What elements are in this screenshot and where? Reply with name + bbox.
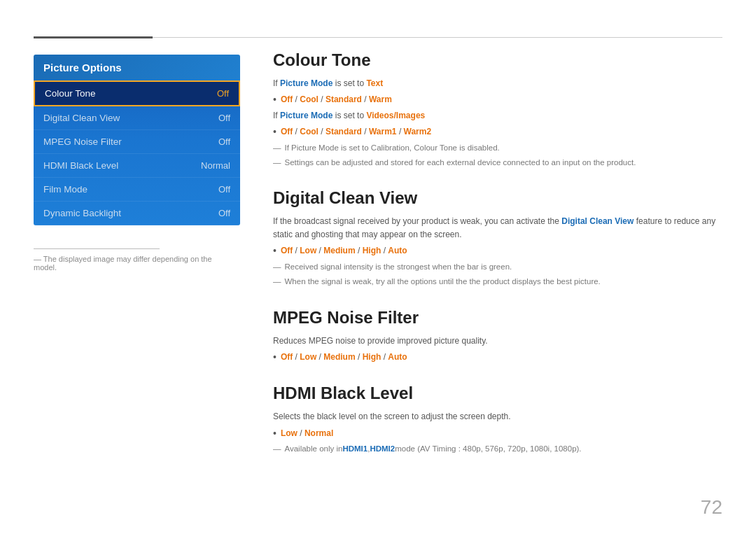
note-line: When the signal is weak, try all the opt… [273,276,722,288]
note-line: Received signal intensity is the stronge… [273,261,722,273]
bullet-content: Off / Cool / Standard / Warm1 / Warm2 [281,125,431,139]
section-body-hdmi-black-level: Selects the black level on the screen to… [273,410,722,455]
menu-item-value: Off [218,113,230,123]
note-line: Settings can be adjusted and stored for … [273,157,722,169]
section-title-mpeg-noise-filter: MPEG Noise Filter [273,308,722,328]
menu-item-value: Off [218,208,230,218]
sidebar-menu-item-1[interactable]: Digital Clean View Off [34,106,240,130]
section-digital-clean-view: Digital Clean ViewIf the broadcast signa… [273,188,722,288]
bullet-line: •Low / Normal [273,427,722,441]
main-content: Colour ToneIf Picture Mode is set to Tex… [273,50,722,475]
menu-item-value: Off [218,136,230,147]
section-body-digital-clean-view: If the broadcast signal received by your… [273,215,722,288]
top-border-dark [34,36,153,38]
sidebar-menu: Colour Tone OffDigital Clean View OffMPE… [34,80,240,225]
section-title-digital-clean-view: Digital Clean View [273,188,722,208]
section-paragraph: If Picture Mode is set to Text [273,77,722,90]
sidebar-menu-item-5[interactable]: Dynamic Backlight Off [34,202,240,225]
bullet-dot: • [273,351,276,365]
bullet-line: •Off / Cool / Standard / Warm [273,93,722,107]
bullet-dot: • [273,93,276,107]
section-title-colour-tone: Colour Tone [273,50,722,70]
sidebar-footnote: The displayed image may differ depending… [34,248,237,272]
menu-item-label: Film Mode [43,184,88,195]
section-hdmi-black-level: HDMI Black LevelSelects the black level … [273,384,722,455]
sidebar-menu-item-3[interactable]: HDMI Black Level Normal [34,154,240,178]
menu-item-label: MPEG Noise Filter [43,136,122,147]
bullet-line: •Off / Cool / Standard / Warm1 / Warm2 [273,125,722,139]
sidebar-menu-item-2[interactable]: MPEG Noise Filter Off [34,130,240,154]
top-border-light [153,37,722,38]
bullet-line: •Off / Low / Medium / High / Auto [273,351,722,365]
menu-item-label: Digital Clean View [43,113,120,123]
section-colour-tone: Colour ToneIf Picture Mode is set to Tex… [273,50,722,169]
section-paragraph: Reduces MPEG noise to provide improved p… [273,335,722,348]
menu-item-value: Off [218,184,230,195]
bullet-content: Off / Low / Medium / High / Auto [281,351,407,364]
page-number: 72 [701,496,722,519]
bullet-content: Low / Normal [281,427,333,440]
bullet-content: Off / Cool / Standard / Warm [281,93,392,106]
bullet-dot: • [273,125,276,139]
bullet-line: •Off / Low / Medium / High / Auto [273,244,722,258]
sidebar-menu-item-0[interactable]: Colour Tone Off [34,80,240,106]
sidebar-title: Picture Options [34,55,240,80]
section-paragraph: Selects the black level on the screen to… [273,410,722,423]
bullet-dot: • [273,427,276,441]
section-paragraph: If Picture Mode is set to Videos/Images [273,109,722,122]
section-title-hdmi-black-level: HDMI Black Level [273,384,722,403]
sidebar: Picture Options Colour Tone OffDigital C… [34,55,240,225]
section-body-mpeg-noise-filter: Reduces MPEG noise to provide improved p… [273,335,722,365]
bullet-content: Off / Low / Medium / High / Auto [281,244,407,258]
footnote-divider [34,248,160,249]
section-paragraph: If the broadcast signal received by your… [273,215,722,241]
menu-item-value: Off [217,88,229,99]
section-body-colour-tone: If Picture Mode is set to Text•Off / Coo… [273,77,722,169]
sidebar-menu-item-4[interactable]: Film Mode Off [34,178,240,202]
menu-item-label: Colour Tone [45,88,96,99]
section-mpeg-noise-filter: MPEG Noise FilterReduces MPEG noise to p… [273,308,722,365]
menu-item-label: HDMI Black Level [43,160,118,171]
footnote-text: The displayed image may differ depending… [34,255,237,272]
bullet-dot: • [273,244,276,258]
menu-item-label: Dynamic Backlight [43,208,121,218]
top-border [34,36,722,38]
note-line-inline: Available only in HDMI1, HDMI2 mode (AV … [273,443,722,455]
menu-item-value: Normal [201,160,230,171]
note-line: If Picture Mode is set to Calibration, C… [273,142,722,154]
